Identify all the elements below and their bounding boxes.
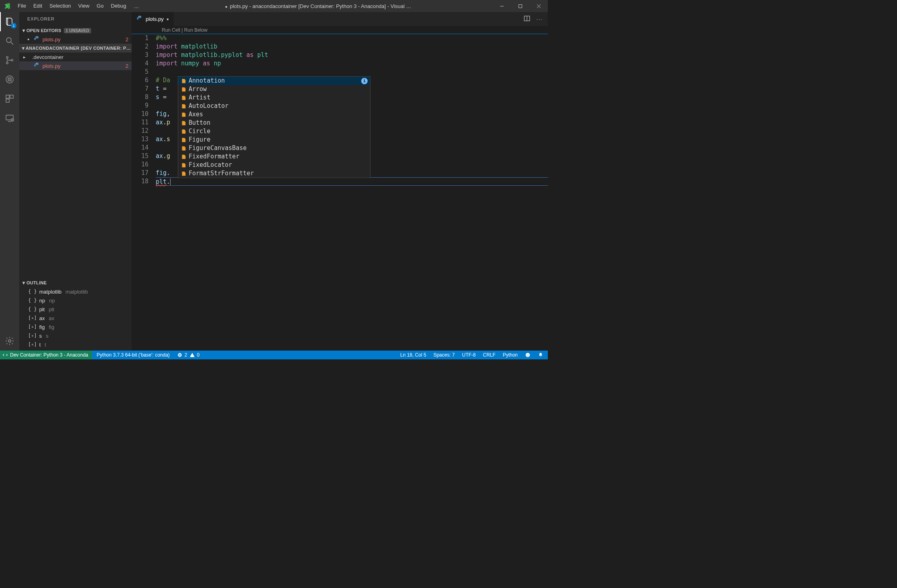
suggest-kind-icon — [181, 103, 186, 109]
suggest-item[interactable]: Annotationi — [178, 77, 370, 85]
more-actions-icon[interactable]: ··· — [536, 16, 543, 22]
code-lens[interactable]: Run Cell | Run Below — [132, 26, 548, 34]
open-editor-item[interactable]: ● plots.py 2 — [19, 35, 132, 44]
status-feedback-icon[interactable] — [522, 351, 533, 359]
outline-item[interactable]: { } np np — [19, 296, 132, 305]
outline-header[interactable]: ▾ OUTLINE — [19, 278, 132, 287]
line-number: 13 — [132, 135, 148, 144]
suggest-label: FixedFormatter — [189, 152, 239, 161]
tab-label: plots.py — [146, 16, 164, 22]
outline-item[interactable]: { } matplotlib matplotlib — [19, 287, 132, 296]
svg-point-23 — [526, 353, 530, 357]
outline-item[interactable]: { } plt plt — [19, 305, 132, 314]
suggest-item[interactable]: Figure — [178, 136, 370, 144]
line-number: 12 — [132, 127, 148, 135]
outline-item[interactable]: [∘] t t — [19, 340, 132, 349]
activity-source-control[interactable] — [0, 51, 19, 70]
activity-settings[interactable] — [0, 331, 19, 351]
outline-item[interactable]: [∘] ax ax — [19, 314, 132, 322]
close-button[interactable] — [529, 0, 548, 12]
chevron-down-icon: ▾ — [21, 28, 26, 33]
menu-debug[interactable]: Debug — [107, 0, 130, 12]
suggest-item[interactable]: Arrow — [178, 85, 370, 93]
dirty-dot-icon: ● — [27, 37, 31, 41]
symbol-kind-icon: [∘] — [28, 342, 37, 347]
suggest-item[interactable]: FigureCanvasBase — [178, 144, 370, 152]
symbol-kind-icon: [∘] — [28, 315, 37, 321]
menu-overflow-icon[interactable]: … — [130, 3, 144, 9]
vscode-logo-icon — [0, 2, 14, 10]
workspace-header[interactable]: ▾ ANACONDACONTAINER [DEV CONTAINER: PYTH… — [19, 44, 132, 53]
status-remote[interactable]: Dev Container: Python 3 - Anaconda — [0, 351, 92, 359]
menu-edit[interactable]: Edit — [30, 0, 46, 12]
line-number: 8 — [132, 93, 148, 101]
svg-rect-12 — [10, 95, 13, 98]
activity-extensions[interactable] — [0, 89, 19, 108]
outline-item[interactable]: [∘] fig fig — [19, 322, 132, 331]
suggest-kind-icon — [181, 112, 186, 118]
open-editors-header[interactable]: ▾ OPEN EDITORS 1 UNSAVED — [19, 26, 132, 35]
symbol-name: ax — [39, 315, 45, 321]
symbol-name: matplotlib — [39, 289, 62, 295]
file-item[interactable]: plots.py2 — [19, 61, 132, 70]
line-number: 14 — [132, 144, 148, 152]
svg-point-18 — [36, 63, 36, 63]
editor-body[interactable]: 123456789101112131415161718 Annotationi … — [132, 34, 548, 351]
svg-point-8 — [11, 59, 13, 61]
minimize-button[interactable] — [492, 0, 511, 12]
window-controls — [492, 0, 548, 12]
maximize-button[interactable] — [511, 0, 529, 12]
info-icon[interactable]: i — [361, 78, 368, 84]
activity-bar: 1 — [0, 12, 19, 351]
sidebar-title: EXPLORER — [19, 12, 132, 26]
status-position[interactable]: Ln 18, Col 5 — [397, 351, 429, 359]
svg-rect-1 — [519, 4, 522, 8]
tab-plots-py[interactable]: plots.py ● — [132, 12, 174, 26]
code-line[interactable]: import numpy as np — [156, 59, 548, 68]
suggest-item[interactable]: Button — [178, 119, 370, 127]
outline-item[interactable]: [∘] s s — [19, 331, 132, 340]
suggest-item[interactable]: Axes — [178, 110, 370, 119]
code-line[interactable]: #%% — [156, 34, 548, 43]
code-line[interactable]: plt. — [156, 177, 548, 186]
status-interpreter[interactable]: Python 3.7.3 64-bit ('base': conda) — [94, 351, 173, 359]
suggest-item[interactable]: FormatStrFormatter — [178, 169, 370, 178]
status-remote-label: Dev Container: Python 3 - Anaconda — [10, 352, 88, 358]
svg-point-16 — [8, 340, 11, 342]
menu-view[interactable]: View — [75, 0, 93, 12]
symbol-detail: np — [49, 298, 55, 304]
suggest-item[interactable]: AutoLocator — [178, 102, 370, 110]
status-encoding[interactable]: UTF-8 — [459, 351, 478, 359]
code-line[interactable] — [156, 68, 548, 76]
line-number: 16 — [132, 160, 148, 169]
status-bell-icon[interactable] — [535, 351, 546, 359]
suggest-label: FormatStrFormatter — [189, 169, 254, 178]
split-editor-icon[interactable] — [523, 15, 531, 23]
suggest-item[interactable]: FixedFormatter — [178, 152, 370, 161]
status-eol[interactable]: CRLF — [480, 351, 498, 359]
status-problems[interactable]: 2 0 — [174, 351, 202, 359]
folder-item[interactable]: ▸.devcontainer — [19, 53, 132, 61]
symbol-kind-icon: { } — [28, 298, 37, 303]
code-line[interactable]: import matplotlib — [156, 43, 548, 51]
symbol-detail: t — [45, 342, 46, 348]
code-line[interactable]: import matplotlib.pyplot as plt — [156, 51, 548, 59]
status-language[interactable]: Python — [500, 351, 521, 359]
symbol-kind-icon: [∘] — [28, 333, 37, 339]
suggest-item[interactable]: FixedLocator — [178, 161, 370, 169]
intellisense-suggest[interactable]: Annotationi Arrow Artist AutoLocator Axe… — [178, 76, 370, 178]
activity-explorer[interactable]: 1 — [0, 12, 19, 31]
menu-file[interactable]: File — [14, 0, 30, 12]
menu-selection[interactable]: Selection — [46, 0, 74, 12]
item-name: .devcontainer — [32, 54, 63, 60]
activity-remote[interactable] — [0, 108, 19, 128]
symbol-name: s — [39, 333, 42, 339]
menu-go[interactable]: Go — [93, 0, 107, 12]
activity-search[interactable] — [0, 31, 19, 51]
suggest-item[interactable]: Artist — [178, 93, 370, 102]
activity-debug[interactable] — [0, 70, 19, 89]
tab-bar: plots.py ● ··· — [132, 12, 548, 26]
status-spaces[interactable]: Spaces: 7 — [431, 351, 458, 359]
code-content[interactable]: Annotationi Arrow Artist AutoLocator Axe… — [156, 34, 548, 351]
suggest-item[interactable]: Circle — [178, 127, 370, 136]
